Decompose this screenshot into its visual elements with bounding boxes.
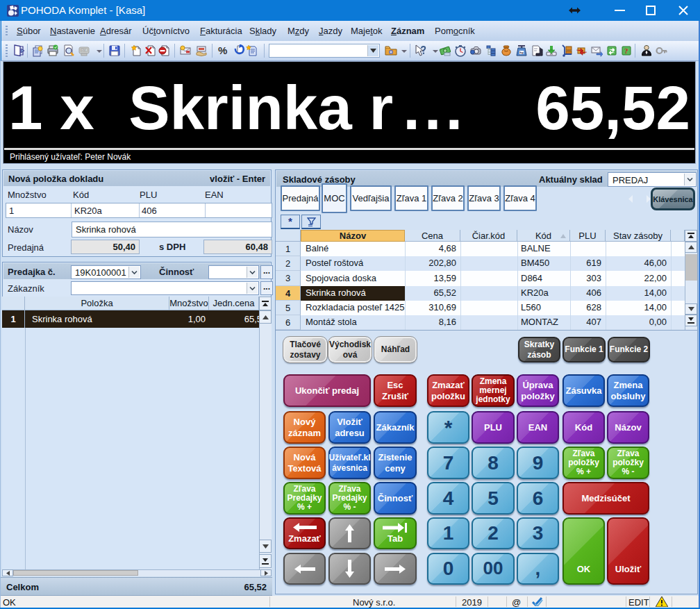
svg-text:?: ? [624,47,628,55]
svg-text:FM: FM [81,49,86,52]
svg-text:%: % [218,44,227,56]
svg-text:kg: kg [520,51,524,54]
